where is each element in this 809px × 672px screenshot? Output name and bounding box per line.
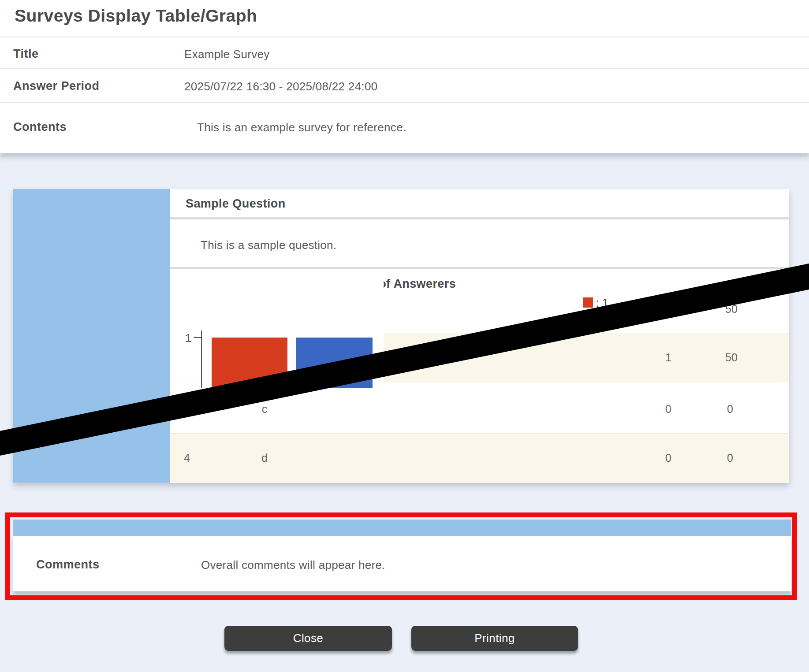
divider: [170, 217, 789, 219]
printing-button[interactable]: Printing: [411, 626, 578, 651]
y-axis-tick-label: 1: [179, 331, 191, 345]
contents-label: Contents: [13, 120, 67, 134]
table-cell-choice: c: [262, 403, 268, 416]
bar-blue: [296, 338, 373, 388]
divider: [0, 102, 809, 103]
bar-red: [212, 338, 287, 388]
question-body: This is a sample question.: [201, 238, 336, 252]
table-cell-percent: 0: [727, 452, 733, 464]
close-button[interactable]: Close: [224, 626, 392, 651]
comments-value: Overall comments will appear here.: [201, 558, 385, 572]
question-title: Sample Question: [186, 197, 286, 211]
table-cell-answers: 1: [665, 351, 671, 364]
answer-period-label: Answer Period: [13, 79, 100, 93]
table-cell-percent: 0: [727, 403, 733, 416]
comments-label: Comments: [36, 558, 100, 572]
contents-value: This is an example survey for reference.: [197, 121, 406, 134]
y-axis-tick: [194, 337, 201, 338]
table-cell-answers: 0: [665, 452, 671, 464]
surveys-display-page: Surveys Display Table/Graph Title Exampl…: [0, 0, 809, 672]
answer-period-value: 2025/07/22 16:30 - 2025/08/22 24:00: [184, 80, 377, 93]
comments-header-strip: [13, 520, 791, 536]
page-title: Surveys Display Table/Graph: [15, 6, 257, 26]
table-cell-percent: 50: [725, 351, 738, 364]
divider: [0, 68, 809, 69]
divider: [0, 37, 809, 37]
question-sidebar: [13, 189, 170, 483]
title-value: Example Survey: [184, 48, 270, 61]
legend-swatch-icon: [583, 297, 593, 308]
title-label: Title: [13, 47, 39, 61]
legend-label: : 1: [596, 297, 608, 309]
table-cell-answers: 0: [665, 403, 671, 416]
divider: [170, 267, 789, 269]
comments-section: [13, 536, 791, 591]
y-axis-line: [201, 330, 202, 388]
table-cell-choice: d: [261, 452, 268, 464]
table-cell-percent: 50: [725, 303, 738, 316]
table-cell-number: 4: [184, 452, 190, 464]
